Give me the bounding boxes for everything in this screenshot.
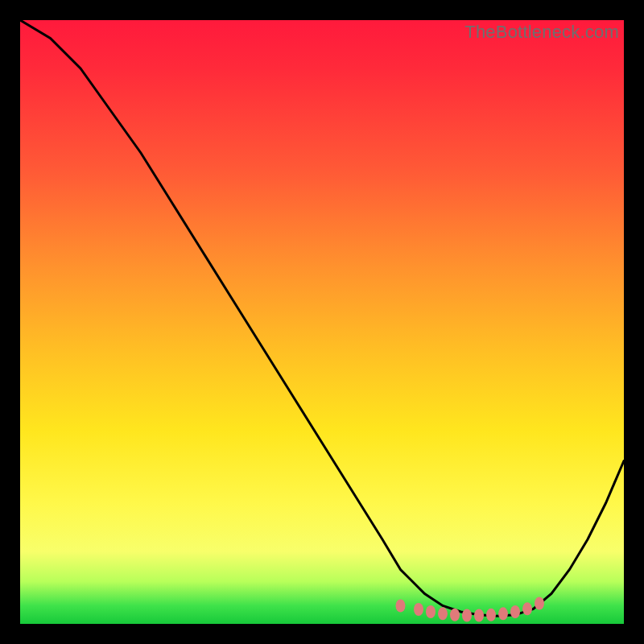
gradient-background xyxy=(20,20,624,624)
chart-frame: TheBottleneck.com xyxy=(20,20,624,624)
watermark-label: TheBottleneck.com xyxy=(464,22,619,43)
